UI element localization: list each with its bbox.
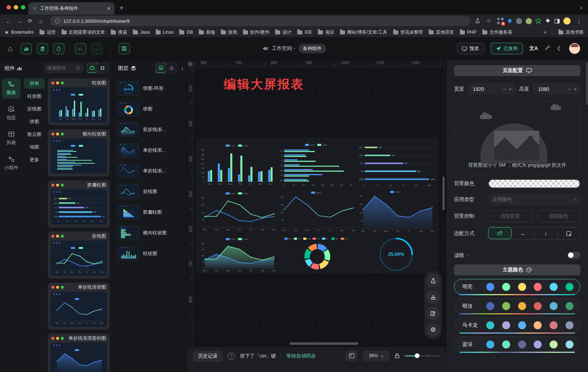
zoom-slider[interactable] <box>405 355 440 356</box>
site-info-icon[interactable]: i <box>55 18 60 24</box>
bookmark-item[interactable]: IDE <box>297 29 312 35</box>
vertical-scrollbar[interactable] <box>442 177 445 210</box>
redo-button[interactable]: → <box>91 43 102 54</box>
layers-view-toggle-list[interactable] <box>166 63 177 73</box>
dark-mode-moon-icon[interactable]: ☾ <box>557 45 563 53</box>
filter-section-label[interactable]: 滤镜 › <box>454 252 469 259</box>
category-地图[interactable]: 地图 <box>24 142 45 152</box>
theme-row-蓝绿[interactable]: 蓝绿 <box>454 337 580 352</box>
component-card-折线图[interactable]: 折线图MonTueWedThuFriSatSun <box>48 231 110 279</box>
profile-avatar[interactable] <box>563 17 571 25</box>
category-柱状图[interactable]: 柱状图 <box>24 91 45 101</box>
sidebar-item-信息[interactable]: A信息 <box>2 103 21 124</box>
layer-item-折线图[interactable]: 折线图 <box>113 181 186 202</box>
width-increment[interactable]: + <box>509 86 512 92</box>
layer-item-胶囊柱图[interactable]: 胶囊柱图 <box>113 202 186 222</box>
fit-mode-scale-button[interactable] <box>488 227 512 239</box>
other-bookmarks[interactable]: 其他书签 <box>558 29 584 35</box>
reload-icon[interactable]: ⟳ <box>25 16 35 26</box>
bookmark-item[interactable]: 设计 <box>275 29 291 35</box>
magic-wand-icon[interactable] <box>545 45 551 53</box>
publish-button[interactable]: 已发布 <box>491 43 523 54</box>
horizontal-scrollbar[interactable] <box>290 342 358 345</box>
browser-tab[interactable]: 工作空间-各种组件 ✕ <box>28 2 114 14</box>
fit-mode-stretch-button[interactable] <box>558 227 580 239</box>
height-input[interactable]: 1080 −+ <box>533 83 581 95</box>
extensions-puzzle-icon[interactable] <box>545 18 551 24</box>
bookmark-item[interactable]: 网站/博客/文章/工具 <box>340 29 387 35</box>
bookmark-item[interactable]: 其他语言 <box>429 29 454 35</box>
theme-row-马卡龙[interactable]: 马卡龙 <box>454 317 580 333</box>
bookmark-item[interactable]: 搜索 <box>111 29 127 35</box>
canvas-chart-dual-line-gradient-area[interactable]: data1data2MonTueWedThuFriSatSun088175263… <box>199 235 277 274</box>
bookmark-item[interactable]: Linux <box>156 29 174 35</box>
category-饼图[interactable]: 饼图 <box>24 116 45 127</box>
bookmark-item[interactable]: 项目 <box>318 29 334 35</box>
theme-row-暗淡[interactable]: 暗淡 <box>454 298 580 314</box>
filter-toggle[interactable] <box>567 252 580 259</box>
zoom-select[interactable]: 36%∨ <box>363 350 390 361</box>
tab-search-chevron-icon[interactable]: ∨ <box>580 5 583 10</box>
bookmark-item[interactable]: 软件/硬件 <box>243 29 269 35</box>
canvas-chart-line-gradient-area[interactable]: data1MonTueWedThuFriSatSun050100150200 <box>357 189 435 233</box>
background-upload-dropzone[interactable]: 背景图需小于 5M ，格式为 png/jpg/gif 的文件 <box>454 101 580 174</box>
pinned-extension-icon[interactable]: 9 <box>497 18 504 24</box>
bookmark-item[interactable]: 近期需要读的文章 <box>62 29 105 35</box>
bookmark-item[interactable]: 前端 <box>199 29 215 35</box>
fit-mode-height-button[interactable]: ↕ <box>534 227 558 239</box>
layer-item-单折线渐...[interactable]: 单折线渐... <box>113 140 186 160</box>
fit-mode-width-button[interactable]: ↔ <box>512 227 535 239</box>
component-card-单折线渐变面积图[interactable]: 单折线渐变面积图MonTueWedThuFriSatSun <box>48 334 110 372</box>
import-icon[interactable] <box>426 290 440 304</box>
bookmarks-root[interactable]: ★ Bookmarks <box>4 29 34 35</box>
share-icon[interactable] <box>475 18 480 24</box>
settings-scrollbar[interactable] <box>586 62 588 105</box>
category-更多[interactable]: 更多 <box>24 154 45 165</box>
zoom-slider-handle[interactable] <box>415 354 419 358</box>
new-tab-button[interactable]: + <box>119 4 123 12</box>
canvas-chart-ring-progress[interactable]: 25.00% <box>357 235 435 274</box>
height-decrement[interactable]: − <box>568 86 571 92</box>
user-avatar[interactable] <box>569 43 580 54</box>
canvas-chart-capsule[interactable]: 厦门20南阳40北京60上海80新疆100020406080100 <box>357 141 435 188</box>
eye-icon[interactable] <box>188 62 193 66</box>
edit-icon[interactable] <box>426 306 440 320</box>
settings-gear-icon[interactable]: ⚙ <box>426 323 440 337</box>
component-card-单折线渐变图[interactable]: 单折线渐变图MonTueWedThuFriSatSun <box>48 283 110 330</box>
minimap-toggle-button[interactable] <box>345 350 358 361</box>
language-icon[interactable]: 文A <box>529 45 538 52</box>
details-panel-toggle-button[interactable] <box>53 43 64 54</box>
kite-extension-icon[interactable] <box>507 18 512 24</box>
category-所有[interactable]: 所有 <box>24 78 45 89</box>
dashboard-preview[interactable]: data1data2MonTueWedThuFriSatSun050100150… <box>196 138 438 273</box>
component-view-toggle-box[interactable] <box>87 63 97 73</box>
export-icon[interactable] <box>426 274 440 288</box>
component-card-横向柱状图[interactable]: 横向柱状图 <box>48 129 110 176</box>
sidebar-item-列表[interactable]: 列表 <box>2 128 21 149</box>
layers-panel-toggle-button[interactable] <box>37 43 48 54</box>
bookmark-item[interactable]: DB <box>179 29 193 35</box>
forward-icon[interactable]: → <box>14 16 24 26</box>
clear-color-button[interactable]: 清除颜色 <box>537 210 581 222</box>
height-increment[interactable]: + <box>574 86 577 92</box>
charts-panel-toggle-button[interactable] <box>21 43 32 54</box>
bg-color-swatch[interactable] <box>488 179 580 188</box>
layer-item-单折线渐...[interactable]: 单折线渐... <box>113 160 186 181</box>
help-icon[interactable]: ? <box>228 352 235 360</box>
maximize-window-button[interactable] <box>21 5 25 9</box>
layers-view-toggle-thumbnail[interactable] <box>155 63 166 73</box>
layer-item-双折线渐...[interactable]: 双折线渐... <box>113 119 186 140</box>
sidebar-item-图表[interactable]: 图表 <box>2 78 21 99</box>
minimize-window-button[interactable] <box>14 5 18 9</box>
close-window-button[interactable] <box>7 5 11 9</box>
address-bar[interactable]: i 127.0.0.1:3000/#/chart/home/9 <box>50 16 470 26</box>
category-散点图[interactable]: 散点图 <box>24 129 45 139</box>
category-折线图[interactable]: 折线图 <box>24 104 45 114</box>
search-components-input[interactable]: 搜索组件 <box>44 63 84 73</box>
preview-button[interactable]: 预览 <box>457 43 484 54</box>
save-button[interactable] <box>119 43 130 54</box>
project-name[interactable]: 各种组件 <box>298 44 326 53</box>
width-decrement[interactable]: − <box>503 86 505 92</box>
back-icon[interactable]: ← <box>4 16 13 26</box>
canvas-chart-pie-donut[interactable]: MonTueWedThuFriSatSun <box>278 235 356 274</box>
